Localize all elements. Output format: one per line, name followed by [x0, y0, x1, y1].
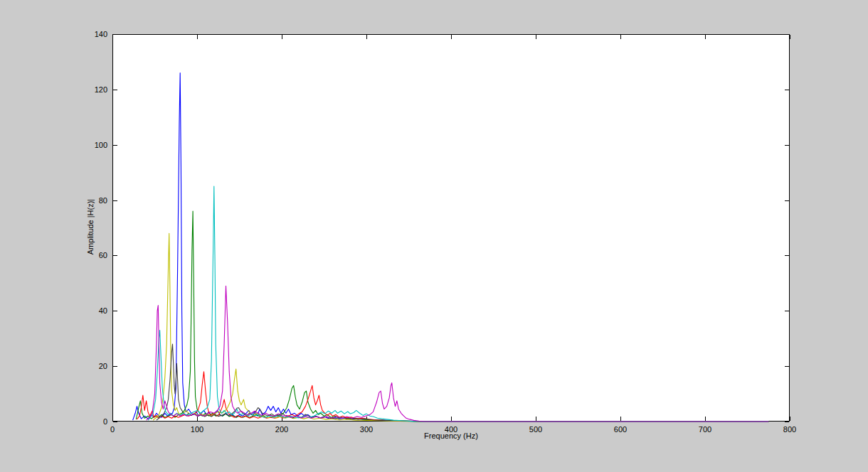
x-tick-label: 100 [191, 425, 203, 434]
y-tick-label: 140 [95, 30, 107, 38]
figure-window: 0100200300400500600700800020406080100120… [0, 0, 868, 472]
x-tick-label: 500 [529, 425, 542, 434]
y-tick-label: 40 [99, 306, 107, 315]
x-axis-label: Frequency (Hz) [380, 431, 522, 440]
y-tick-label: 0 [103, 417, 107, 426]
x-tick-label: 800 [783, 425, 796, 434]
x-tick-label: 600 [614, 425, 627, 434]
x-tick-label: 300 [360, 425, 373, 434]
x-tick-label: 700 [699, 425, 711, 434]
y-tick-label: 120 [95, 85, 107, 94]
y-tick-label: 60 [99, 251, 107, 259]
spectrum-chart: 0100200300400500600700800020406080100120… [0, 0, 868, 472]
x-tick-label: 200 [275, 425, 288, 434]
x-tick-label: 0 [110, 425, 115, 434]
y-tick-label: 20 [99, 362, 107, 370]
y-tick-label: 100 [95, 141, 107, 149]
y-tick-label: 80 [99, 196, 107, 205]
plot-area [112, 34, 790, 422]
y-axis-label: Amplitude |H(z)| [86, 163, 95, 291]
